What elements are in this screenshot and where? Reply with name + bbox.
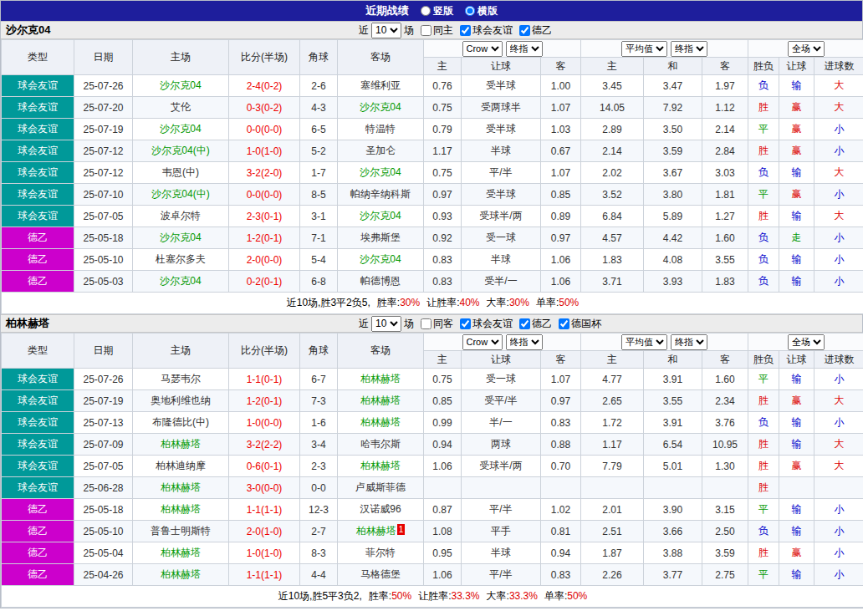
avg-away-odds: 2.75 (702, 564, 748, 586)
team-sections-container: 沙尔克04近10场同主球会友谊德乙类型日期主场比分(半场)角球客场Crow终指平… (1, 21, 862, 608)
corners: 7-1 (300, 227, 338, 249)
filter-checkbox-option[interactable]: 同主 (421, 23, 453, 38)
average-index-select[interactable]: 终指 (671, 41, 707, 57)
near-label: 近 (359, 23, 369, 38)
filter-controls: 近10场同客球会友谊德乙德国杯 (359, 316, 601, 332)
home-team: 布隆德比(中) (133, 412, 229, 434)
bookmaker-index-select[interactable]: 终指 (506, 41, 543, 57)
avg-home-odds: 3.52 (581, 184, 644, 206)
avg-home-odds: 3.45 (581, 75, 644, 97)
handicap-result: 输 (779, 564, 814, 586)
avg-home-odds: 4.77 (581, 369, 644, 390)
match-date: 25-07-10 (74, 184, 133, 206)
score: 0-3(0-2) (229, 97, 300, 119)
summary-row: 近10场,胜3平2负5,胜率:30%让胜率:40%大率:30%单率:50% (2, 293, 863, 314)
corners: 7-3 (300, 390, 338, 412)
filter-checkbox-label: 德国杯 (571, 317, 601, 331)
filter-checkbox-option[interactable]: 德乙 (519, 23, 552, 38)
average-select[interactable]: 平均值 (621, 334, 667, 350)
scope-select[interactable]: 全场 (788, 41, 825, 57)
away-team: 圣加仑 (338, 140, 424, 162)
home-team: 沙尔克04(中) (133, 140, 229, 162)
scope-select[interactable]: 全场 (788, 334, 825, 350)
average-select[interactable]: 平均值 (621, 41, 667, 57)
team-label: 柏林赫塔 (161, 503, 201, 515)
bookmaker-select[interactable]: Crow (462, 41, 503, 57)
team-label: 马格德堡 (360, 568, 401, 580)
team-label: 特温特 (365, 123, 396, 135)
league-type-badge: 球会友谊 (2, 390, 74, 412)
column-subheader: 客 (541, 351, 581, 369)
layout-vertical-option[interactable]: 竖版 (421, 4, 453, 18)
filter-checkbox[interactable] (519, 318, 530, 329)
away-team: 沙尔克04 (338, 206, 424, 227)
column-subheader: 让球 (779, 58, 814, 75)
score: 1-1(1-1) (229, 564, 300, 586)
summary-stat-label: 胜率: (377, 297, 400, 308)
column-header: 比分(半场) (229, 40, 300, 75)
bookmaker-index-select[interactable]: 终指 (506, 334, 543, 350)
over-under-result: 小 (814, 412, 863, 434)
match-count-select[interactable]: 10 (371, 316, 401, 332)
handicap-result: 输 (779, 412, 814, 434)
filter-checkbox-option[interactable]: 德乙 (519, 317, 552, 331)
away-team: 沙尔克04 (338, 97, 424, 119)
score: 1-0(0-0) (229, 412, 300, 434)
odds-away: 0.70 (541, 456, 581, 477)
league-type-badge: 球会友谊 (2, 206, 74, 227)
average-index-select[interactable]: 终指 (671, 334, 707, 350)
avg-home-odds: 1.87 (581, 542, 644, 564)
score: 0-6(0-1) (229, 456, 300, 477)
header-select-cell: 全场 (748, 333, 863, 351)
over-under-result: 小 (814, 227, 863, 249)
handicap-line: 受半球 (462, 184, 541, 206)
team-label: 沙尔克04 (360, 166, 401, 178)
corners: 4-4 (300, 564, 338, 586)
column-subheader: 客 (541, 58, 581, 75)
filter-checkbox-option[interactable]: 球会友谊 (460, 23, 513, 38)
avg-away-odds: 2.34 (702, 390, 748, 412)
filter-checkbox-option[interactable]: 球会友谊 (460, 317, 513, 331)
filter-checkbox-option[interactable]: 同客 (421, 317, 453, 331)
summary-stat-label: 单率: (536, 297, 559, 308)
match-row: 球会友谊25-07-19沙尔克040-0(0-0)6-5特温特0.79受半球1.… (2, 119, 863, 140)
vertical-radio[interactable] (421, 6, 431, 16)
match-date: 25-07-05 (74, 456, 133, 477)
avg-home-odds: 1.72 (581, 412, 644, 434)
horizontal-radio[interactable] (465, 6, 475, 16)
near-label: 近 (359, 317, 369, 331)
score: 1-0(1-0) (229, 140, 300, 162)
filter-checkbox-option[interactable]: 德国杯 (559, 317, 601, 331)
avg-away-odds: 1.83 (702, 271, 748, 293)
odds-away: 0.81 (541, 521, 581, 542)
topbar: 近期战绩 竖版 横版 (1, 1, 862, 21)
away-team: 帕纳辛纳科斯 (338, 184, 424, 206)
page-title: 近期战绩 (365, 3, 409, 18)
filter-checkbox[interactable] (421, 318, 432, 329)
match-count-select[interactable]: 10 (371, 23, 401, 38)
match-row: 球会友谊25-06-28柏林赫塔3-0(0-0)0-0卢威斯菲德胜 (2, 477, 863, 499)
team-label: 沙尔克04 (160, 123, 201, 135)
column-subheader: 让球 (779, 351, 814, 369)
filter-checkbox[interactable] (460, 318, 471, 329)
bookmaker-select[interactable]: Crow (462, 334, 503, 350)
avg-home-odds: 2.89 (581, 119, 644, 140)
score: 1-2(0-1) (229, 227, 300, 249)
filter-checkbox[interactable] (559, 318, 569, 329)
corners: 6-5 (300, 119, 338, 140)
filter-checkbox[interactable] (460, 25, 471, 36)
filter-checkbox[interactable] (421, 25, 432, 36)
away-team: 马格德堡 (338, 564, 424, 586)
summary-text: 近10场,胜5平3负2,胜率:50%让胜率:33.3%大率:33.3%单率:50… (2, 586, 863, 608)
match-row: 球会友谊25-07-05波卓尔特2-3(0-1)3-1沙尔克040.93受球半/… (2, 206, 863, 227)
match-row: 德乙25-05-10杜塞尔多夫2-0(0-0)5-4沙尔克040.83半球1.0… (2, 249, 863, 271)
handicap-result: 赢 (779, 97, 814, 119)
filter-checkbox[interactable] (519, 25, 530, 36)
column-subheader: 主 (424, 58, 462, 75)
away-team: 塞维利亚 (338, 75, 424, 97)
corners: 1-6 (300, 412, 338, 434)
win-draw-loss-result: 胜 (748, 477, 779, 499)
layout-horizontal-option[interactable]: 横版 (465, 4, 498, 18)
team-label: 塞维利亚 (360, 79, 401, 91)
away-team: 沙尔克04 (338, 162, 424, 184)
